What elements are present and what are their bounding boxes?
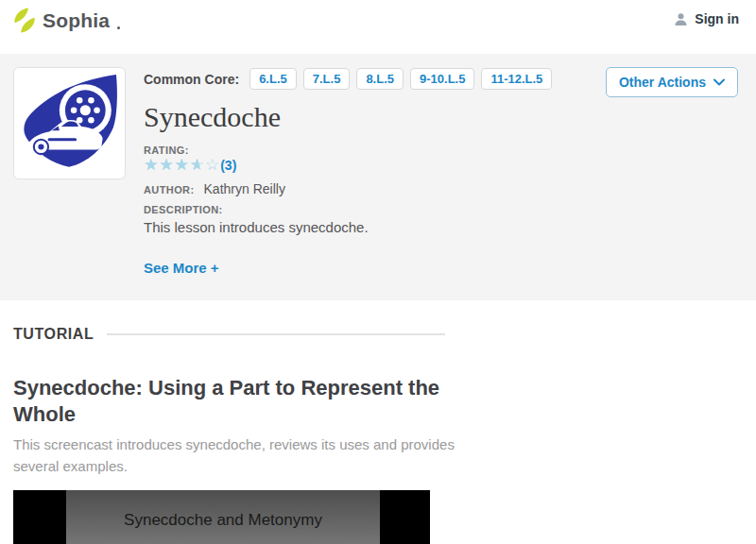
other-actions-label: Other Actions <box>619 75 706 90</box>
tutorial-heading: Synecdoche: Using a Part to Represent th… <box>13 375 486 428</box>
lesson-hero-section: Common Core: 6.L.5 7.L.5 8.L.5 9-10.L.5 … <box>0 54 756 300</box>
tutorial-section-label: TUTORIAL <box>13 326 94 343</box>
sophia-logo[interactable]: Sophia <box>13 8 120 33</box>
common-core-badge[interactable]: 7.L.5 <box>303 68 351 90</box>
stars-filled: ★★★★★ <box>144 157 199 173</box>
video-player[interactable]: Synecdoche and Metonymy Synecdoche and m… <box>13 490 430 544</box>
chevron-down-icon <box>713 78 725 86</box>
brand-name: Sophia <box>43 9 110 32</box>
sign-in-label: Sign in <box>695 11 739 26</box>
sophia-logo-icon <box>13 8 36 33</box>
rating-label: RATING: <box>144 144 739 156</box>
star-rating: ☆☆☆☆☆ ★★★★★ <box>144 157 220 173</box>
common-core-badge[interactable]: 6.L.5 <box>249 68 297 90</box>
lesson-thumbnail[interactable] <box>13 67 126 179</box>
description-text: This lesson introduces synecdoche. <box>144 219 739 235</box>
video-slide: Synecdoche and Metonymy Synecdoche and m… <box>66 490 380 544</box>
tutorial-section: TUTORIAL Synecdoche: Using a Part to Rep… <box>0 326 756 544</box>
rating-count-link[interactable]: (3) <box>220 158 236 173</box>
other-actions-button[interactable]: Other Actions <box>606 67 738 97</box>
description-label: DESCRIPTION: <box>144 204 739 215</box>
author-label: AUTHOR: <box>144 184 195 196</box>
user-icon <box>674 12 688 26</box>
section-divider <box>107 333 445 335</box>
common-core-badge[interactable]: 9-10.L.5 <box>410 68 474 90</box>
see-more-link[interactable]: See More + <box>144 260 219 276</box>
sign-in-button[interactable]: Sign in <box>674 11 739 26</box>
lesson-title: Synecdoche <box>144 101 739 133</box>
common-core-badge[interactable]: 8.L.5 <box>356 68 404 90</box>
author-name: Kathryn Reilly <box>204 181 285 196</box>
common-core-label: Common Core: <box>144 72 239 87</box>
brand-trademark-dot <box>117 26 120 29</box>
top-header: Sophia Sign in <box>0 0 756 54</box>
tutorial-subtext: This screencast introduces synecdoche, r… <box>13 434 486 478</box>
slide-title: Synecdoche and Metonymy <box>66 511 380 530</box>
car-wheel-illustration <box>19 73 120 174</box>
common-core-badge[interactable]: 11-12.L.5 <box>481 68 552 90</box>
